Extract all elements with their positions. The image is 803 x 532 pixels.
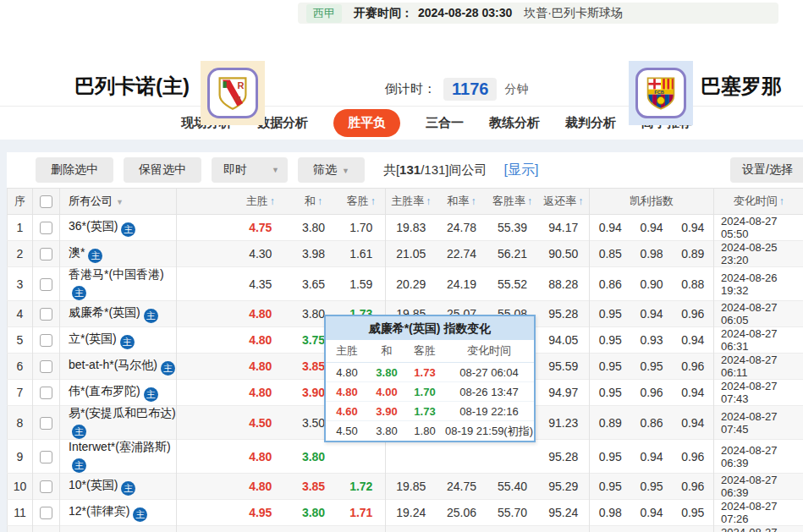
home-odds-cell[interactable]: 5.00 (177, 526, 290, 532)
change-time-cell: 2024-08-27 07:43 (714, 380, 803, 406)
draw-odds-cell[interactable]: 3.65 (290, 267, 338, 301)
row-checkbox[interactable] (40, 248, 52, 261)
delete-selected-button[interactable]: 删除选中 (36, 157, 113, 183)
row-checkbox-cell[interactable] (33, 301, 60, 327)
draw-odds-cell[interactable]: 3.80 (290, 440, 338, 474)
return-rate-cell: 94.80 (538, 526, 590, 532)
company-cell[interactable]: 澳*主 (60, 241, 177, 267)
row-checkbox-cell[interactable] (33, 354, 60, 380)
away-odds-cell[interactable]: 1.70 (338, 215, 386, 241)
row-seq: 2 (8, 241, 33, 267)
odds-mode-dropdown[interactable]: 即时 ▼ (212, 157, 288, 183)
home-odds-cell[interactable]: 4.80 (177, 474, 290, 500)
popup-away-odds: 1.80 (405, 425, 444, 437)
row-checkbox[interactable] (40, 308, 52, 321)
filter-button[interactable]: 筛选▼ (298, 157, 365, 183)
row-checkbox-cell[interactable] (33, 526, 60, 532)
company-cell[interactable]: 12*(菲律宾)主 (60, 500, 177, 526)
home-odds-cell[interactable]: 4.50 (177, 406, 290, 440)
company-cell[interactable]: bet-at-h*(马尔他)主 (60, 354, 177, 380)
home-odds-cell[interactable]: 4.30 (177, 241, 290, 267)
select-all-checkbox-cell[interactable] (33, 189, 60, 215)
tab-3[interactable]: 胜平负 (333, 109, 400, 137)
draw-rate-cell (437, 440, 487, 474)
company-cell[interactable]: 10*(英国)主 (60, 474, 177, 500)
away-odds-cell[interactable] (338, 440, 386, 474)
home-odds-cell[interactable]: 4.80 (177, 354, 290, 380)
home-odds-cell[interactable]: 4.80 (177, 327, 290, 354)
company-cell[interactable]: 香港马*(中国香港)主 (60, 267, 177, 301)
company-cell[interactable]: 易*(安提瓜和巴布达)主 (60, 406, 177, 440)
company-cell[interactable]: 18*主 (60, 526, 177, 532)
row-checkbox[interactable] (40, 334, 52, 347)
change-time-cell: 2024-08-27 07:45 (714, 406, 803, 440)
row-checkbox-cell[interactable] (33, 474, 60, 500)
home-rate-cell: 19.83 (386, 215, 437, 241)
show-link[interactable]: [显示] (504, 162, 539, 179)
away-odds-cell[interactable]: 1.72 (338, 474, 386, 500)
away-odds-cell[interactable]: 1.71 (338, 500, 386, 526)
table-row: 136*(英国)主4.753.801.7019.8324.7855.3994.1… (8, 215, 803, 241)
row-checkbox-cell[interactable] (33, 241, 60, 267)
kelly-home-cell: 0.89 (590, 406, 631, 440)
tab-6[interactable]: 裁判分析 (565, 115, 616, 131)
row-checkbox-cell[interactable] (33, 327, 60, 354)
draw-odds-cell[interactable]: 3.80 (290, 215, 338, 241)
kelly-away-cell: 0.94 (673, 406, 714, 440)
caret-down-icon: ▼ (272, 166, 279, 174)
kelly-away-cell: 0.96 (673, 474, 714, 500)
company-cell[interactable]: 伟*(直布罗陀)主 (60, 380, 177, 406)
settings-button[interactable]: 设置/选择 (730, 157, 803, 183)
select-all-checkbox[interactable] (40, 195, 52, 208)
home-odds-cell[interactable]: 4.80 (177, 380, 290, 406)
row-checkbox[interactable] (40, 417, 52, 430)
kelly-away-cell: 0.94 (673, 215, 714, 241)
draw-odds-cell[interactable]: 3.85 (290, 474, 338, 500)
change-time-cell: 2024-08-25 23:20 (714, 241, 803, 267)
away-odds-cell[interactable]: 1.61 (338, 241, 386, 267)
company-cell[interactable]: 威廉希*(英国)主 (60, 301, 177, 327)
home-rate-cell: 21.05 (386, 241, 437, 267)
home-odds-cell[interactable]: 4.35 (177, 267, 290, 301)
row-seq: 8 (8, 406, 33, 440)
change-time-cell: 2024-08-27 06:59 (714, 526, 803, 532)
odds-mode-value: 即时 (223, 162, 247, 178)
home-odds-cell[interactable]: 4.80 (177, 440, 290, 474)
keep-selected-button[interactable]: 保留选中 (124, 157, 201, 183)
company-cell[interactable]: 36*(英国)主 (60, 215, 177, 241)
row-checkbox-cell[interactable] (33, 440, 60, 474)
table-row: 1010*(英国)主4.803.851.7219.8524.7555.4095.… (8, 474, 803, 500)
away-odds-cell[interactable]: 1.69 (338, 526, 386, 532)
tab-4[interactable]: 三合一 (426, 115, 464, 131)
row-checkbox[interactable] (40, 387, 52, 399)
home-rate-cell: 19.85 (386, 474, 437, 500)
row-checkbox[interactable] (40, 507, 52, 519)
kelly-draw-cell: 0.86 (631, 406, 673, 440)
row-checkbox-cell[interactable] (33, 215, 60, 241)
away-odds-cell[interactable]: 1.59 (338, 267, 386, 301)
tab-5[interactable]: 教练分析 (489, 115, 540, 131)
home-odds-cell[interactable]: 4.95 (177, 500, 290, 526)
row-checkbox[interactable] (40, 222, 52, 234)
kelly-home-cell: 0.86 (590, 267, 631, 301)
tab-2[interactable]: 数据分析 (257, 115, 308, 131)
row-checkbox[interactable] (40, 480, 52, 493)
row-checkbox-cell[interactable] (33, 267, 60, 301)
row-checkbox-cell[interactable] (33, 500, 60, 526)
popup-column-header: 主胜 (326, 343, 368, 359)
home-odds-cell[interactable]: 4.75 (177, 215, 290, 241)
change-time-cell: 2024-08-27 07:26 (714, 500, 803, 526)
row-checkbox-cell[interactable] (33, 380, 60, 406)
row-checkbox[interactable] (40, 451, 52, 463)
draw-odds-cell[interactable]: 3.80 (290, 526, 338, 532)
company-cell[interactable]: 立*(英国)主 (60, 327, 177, 354)
row-checkbox[interactable] (40, 278, 52, 291)
draw-odds-cell[interactable]: 3.80 (290, 500, 338, 526)
home-odds-cell[interactable]: 4.80 (177, 301, 290, 327)
draw-odds-cell[interactable]: 3.98 (290, 241, 338, 267)
row-checkbox-cell[interactable] (33, 406, 60, 440)
sort-asc-icon: ↑ (317, 195, 322, 207)
row-checkbox[interactable] (40, 360, 52, 373)
home-rate-cell: 18.96 (386, 526, 437, 532)
company-cell[interactable]: Interwet*(塞浦路斯)主 (60, 440, 177, 474)
